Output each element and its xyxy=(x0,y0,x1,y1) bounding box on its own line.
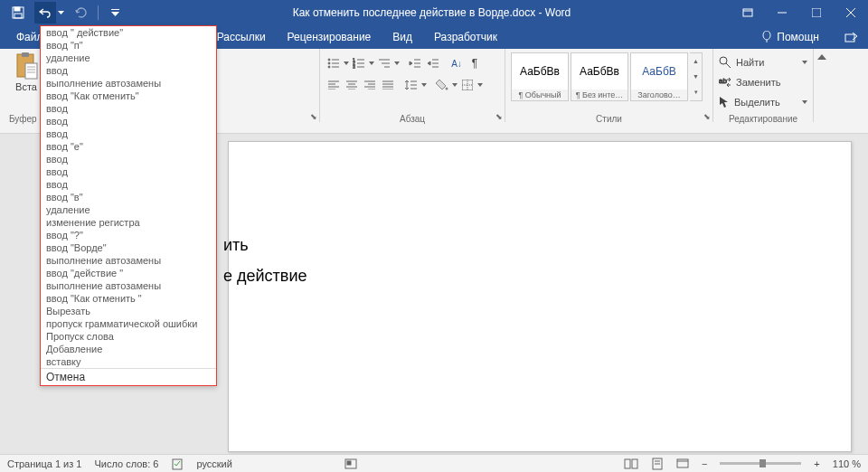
select-button[interactable]: Выделить xyxy=(719,92,807,112)
view-web-icon[interactable] xyxy=(676,458,689,469)
sort-icon[interactable]: A↓ xyxy=(448,55,465,71)
editing-group: Найти ab Заменить Выделить Редактировани… xyxy=(713,49,813,122)
undo-item[interactable]: ввод "действие " xyxy=(41,267,216,279)
undo-item[interactable]: ввод xyxy=(41,115,216,127)
svg-rect-7 xyxy=(812,8,821,17)
window-title: Как отменить последнее действие в Ворде.… xyxy=(133,6,731,19)
svg-rect-1 xyxy=(14,7,20,11)
undo-item[interactable]: ввод "?" xyxy=(41,229,216,241)
undo-item[interactable]: ввод xyxy=(41,165,216,178)
paragraph-launcher[interactable]: ⬊ xyxy=(494,111,505,122)
undo-item[interactable]: ввод xyxy=(41,153,216,165)
undo-item[interactable]: Пропуск слова xyxy=(41,330,216,343)
undo-history-list[interactable]: ввод " действие"ввод "п"удалениевводвыпо… xyxy=(41,26,216,368)
style-normal[interactable]: АаБбВв ¶ Обычный xyxy=(511,52,569,101)
qat-customize-button[interactable] xyxy=(104,2,126,24)
save-button[interactable] xyxy=(7,2,29,24)
status-bar: Страница 1 из 1 Число слов: 6 русский − … xyxy=(0,454,868,472)
zoom-out[interactable]: − xyxy=(702,458,707,469)
undo-item[interactable]: выполнение автозамены xyxy=(41,279,216,292)
paragraph-group: 123 A↓ ¶ Абзац ⬊ xyxy=(320,49,505,122)
maximize-button[interactable] xyxy=(799,0,834,25)
align-justify-icon[interactable] xyxy=(380,77,396,93)
font-launcher[interactable]: ⬊ xyxy=(308,111,319,122)
window-controls xyxy=(731,0,868,25)
tell-me[interactable]: Помощн xyxy=(747,25,834,49)
undo-item[interactable]: удаление xyxy=(41,203,216,216)
zoom-slider[interactable] xyxy=(720,462,801,465)
undo-item[interactable]: ввод "Ворде" xyxy=(41,241,216,254)
replace-button[interactable]: ab Заменить xyxy=(719,72,807,92)
numbering-icon[interactable]: 123 xyxy=(351,55,367,71)
paragraph-label: Абзац xyxy=(320,114,505,124)
svg-point-67 xyxy=(720,57,727,64)
undo-item[interactable]: выполнение автозамены xyxy=(41,77,216,90)
share-button[interactable] xyxy=(834,25,868,49)
multilevel-icon[interactable] xyxy=(376,55,392,71)
view-read-icon[interactable] xyxy=(624,458,638,469)
quick-access-toolbar xyxy=(0,2,133,24)
undo-item[interactable]: ввод xyxy=(41,102,216,115)
svg-point-25 xyxy=(328,62,330,64)
svg-rect-73 xyxy=(625,459,630,468)
undo-button[interactable] xyxy=(34,2,56,24)
styles-scroll[interactable]: ▲▼▾ xyxy=(690,52,703,101)
undo-item[interactable]: пропуск грамматической ошибки xyxy=(41,317,216,330)
style-heading[interactable]: АаБбВ Заголово… xyxy=(630,52,688,101)
line-spacing-icon[interactable] xyxy=(403,77,420,93)
tab-developer[interactable]: Разработчик xyxy=(423,25,508,49)
undo-item[interactable]: ввод "Как отменить " xyxy=(41,292,216,305)
undo-item[interactable]: Вырезать xyxy=(41,305,216,317)
proofing-icon[interactable] xyxy=(171,458,184,470)
tab-review[interactable]: Рецензирование xyxy=(277,25,382,49)
zoom-value[interactable]: 110 % xyxy=(833,458,861,469)
align-center-icon[interactable] xyxy=(344,77,360,93)
style-nospacing[interactable]: АаБбВв ¶ Без инте… xyxy=(571,52,628,101)
undo-item[interactable]: ввод xyxy=(41,178,216,191)
page[interactable]: ить е действие xyxy=(228,141,852,452)
view-print-icon[interactable] xyxy=(651,458,664,470)
svg-rect-14 xyxy=(22,52,29,57)
undo-item[interactable]: ввод "е" xyxy=(41,140,216,153)
svg-rect-4 xyxy=(743,9,752,16)
borders-icon[interactable] xyxy=(459,77,476,93)
styles-group: АаБбВв ¶ Обычный АаБбВв ¶ Без инте… АаБб… xyxy=(505,49,713,122)
undo-item[interactable]: ввод " действие" xyxy=(41,26,216,39)
pilcrow-icon[interactable]: ¶ xyxy=(467,55,483,71)
language[interactable]: русский xyxy=(196,458,231,469)
redo-button[interactable] xyxy=(71,2,92,24)
indent-inc-icon[interactable] xyxy=(425,55,441,71)
align-right-icon[interactable] xyxy=(362,77,378,93)
undo-dropdown-button[interactable] xyxy=(56,2,65,24)
undo-cancel-row[interactable]: Отмена xyxy=(41,368,216,385)
shading-icon[interactable] xyxy=(434,77,450,93)
svg-point-10 xyxy=(763,31,770,40)
undo-item[interactable]: изменение регистра xyxy=(41,216,216,229)
macro-icon[interactable] xyxy=(344,458,357,469)
word-count[interactable]: Число слов: 6 xyxy=(94,458,158,469)
find-button[interactable]: Найти xyxy=(719,52,807,72)
undo-item[interactable]: Добавление xyxy=(41,343,216,355)
undo-item[interactable]: ввод "п" xyxy=(41,39,216,52)
bullets-icon[interactable] xyxy=(326,55,342,71)
undo-item[interactable]: ввод "в" xyxy=(41,191,216,203)
styles-launcher[interactable]: ⬊ xyxy=(702,111,712,122)
tab-view[interactable]: Вид xyxy=(382,25,423,49)
ribbon-display-button[interactable] xyxy=(731,0,765,25)
undo-item[interactable]: вставку xyxy=(41,355,216,368)
page-count[interactable]: Страница 1 из 1 xyxy=(7,458,81,469)
undo-item[interactable]: ввод xyxy=(41,127,216,140)
minimize-button[interactable] xyxy=(765,0,799,25)
text-line-1: ить xyxy=(223,236,249,255)
undo-item[interactable]: ввод xyxy=(41,64,216,77)
svg-text:3: 3 xyxy=(353,64,355,69)
undo-item[interactable]: выполнение автозамены xyxy=(41,254,216,267)
align-left-icon[interactable] xyxy=(326,77,342,93)
undo-item[interactable]: удаление xyxy=(41,52,216,64)
ribbon-collapse[interactable] xyxy=(813,49,829,122)
close-button[interactable] xyxy=(834,0,868,25)
svg-rect-2 xyxy=(14,14,22,18)
zoom-in[interactable]: + xyxy=(814,458,819,469)
undo-item[interactable]: ввод "Как отменить" xyxy=(41,90,216,102)
indent-dec-icon[interactable] xyxy=(407,55,423,71)
